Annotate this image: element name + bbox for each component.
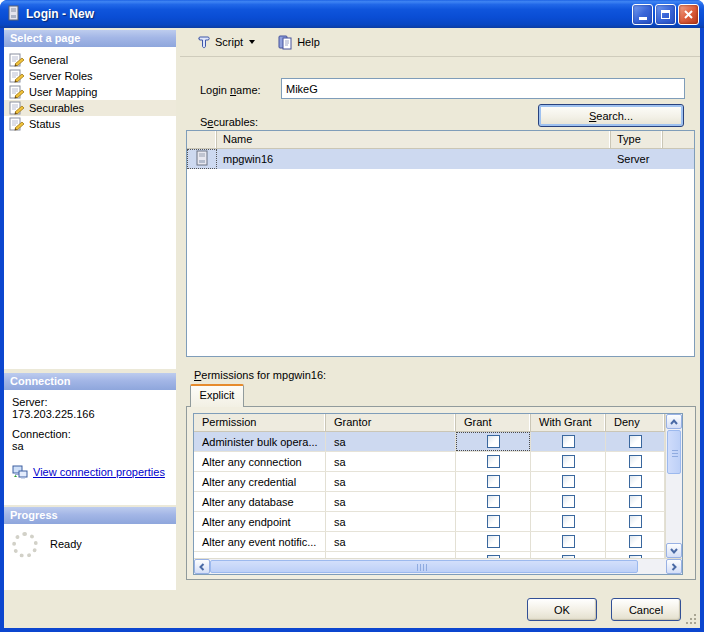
- deny-checkbox[interactable]: [629, 475, 642, 488]
- chevron-right-icon: [670, 562, 678, 572]
- page-item-label: Status: [29, 118, 60, 130]
- permission-row[interactable]: Administer bulk opera... sa: [194, 432, 665, 452]
- script-icon: [195, 34, 211, 50]
- securables-name-column-header: Name: [217, 131, 611, 148]
- with-grant-cell: [531, 492, 606, 511]
- deny-checkbox[interactable]: [629, 535, 642, 548]
- connection-value: sa: [12, 440, 172, 452]
- vertical-scrollbar[interactable]: [665, 414, 682, 558]
- with-grant-checkbox[interactable]: [562, 475, 575, 488]
- with-grant-checkbox[interactable]: [562, 515, 575, 528]
- permissions-grid-header: Permission Grantor Grant With Grant Deny: [194, 414, 665, 432]
- with-grant-checkbox[interactable]: [562, 535, 575, 548]
- script-button[interactable]: Script: [190, 31, 260, 53]
- sidebar-page-item[interactable]: General: [4, 52, 176, 68]
- progress-spinner-icon: [12, 532, 38, 558]
- grantor-cell: sa: [326, 532, 456, 551]
- server-label: Server:: [12, 396, 172, 408]
- scroll-up-button[interactable]: [666, 414, 682, 429]
- with-grant-cell: [531, 432, 606, 451]
- permissions-rows: Administer bulk opera... sa Alter any co…: [194, 432, 665, 558]
- grant-checkbox[interactable]: [487, 535, 500, 548]
- toolbar: Script Help: [180, 28, 700, 57]
- page-item-label: Securables: [29, 102, 84, 114]
- sidebar-page-item[interactable]: Securables: [4, 100, 176, 116]
- close-icon: [683, 9, 694, 20]
- maximize-icon: [661, 10, 670, 19]
- with-grant-checkbox[interactable]: [562, 435, 575, 448]
- vertical-scroll-thumb[interactable]: [667, 430, 681, 474]
- cancel-button[interactable]: Cancel: [611, 598, 681, 621]
- chevron-left-icon: [198, 562, 206, 572]
- chevron-up-icon: [669, 418, 679, 426]
- page-item-label: General: [29, 54, 68, 66]
- deny-cell: [606, 512, 665, 531]
- page-icon: [9, 84, 25, 100]
- login-name-input[interactable]: [281, 78, 685, 99]
- scroll-left-button[interactable]: [194, 559, 210, 574]
- window-title: Login - New: [26, 7, 630, 21]
- window-server-icon: [5, 5, 21, 23]
- script-label: Script: [215, 36, 243, 48]
- deny-cell: [606, 532, 665, 551]
- grant-cell: [456, 532, 531, 551]
- grant-checkbox[interactable]: [487, 435, 500, 448]
- permission-column-header: Permission: [194, 414, 326, 431]
- securables-type-column-header: Type: [611, 131, 663, 148]
- securables-icon-column-header: [187, 131, 217, 148]
- connection-header: Connection: [4, 373, 176, 390]
- deny-checkbox[interactable]: [629, 515, 642, 528]
- view-connection-properties-link[interactable]: View connection properties: [33, 466, 165, 478]
- deny-checkbox[interactable]: [629, 435, 642, 448]
- connection-properties-icon: [12, 464, 28, 480]
- permission-row[interactable]: Alter any event notific... sa: [194, 532, 665, 552]
- ok-button[interactable]: OK: [527, 598, 597, 621]
- deny-checkbox[interactable]: [629, 455, 642, 468]
- permissions-grid: Permission Grantor Grant With Grant Deny: [193, 413, 683, 575]
- sidebar-page-item[interactable]: Server Roles: [4, 68, 176, 84]
- search-button[interactable]: Search...: [538, 104, 684, 127]
- with-grant-column-header: With Grant: [531, 414, 606, 431]
- permission-row[interactable]: Alter any endpoint sa: [194, 512, 665, 532]
- sidebar: Select a page General Server: [4, 28, 176, 628]
- page-icon: [9, 116, 25, 132]
- permission-row[interactable]: Alter any connection sa: [194, 452, 665, 472]
- permissions-tab-panel: Permission Grantor Grant With Grant Deny: [186, 406, 696, 580]
- sidebar-page-item[interactable]: User Mapping: [4, 84, 176, 100]
- grant-checkbox[interactable]: [487, 475, 500, 488]
- server-icon: [196, 150, 208, 168]
- deny-checkbox[interactable]: [629, 495, 642, 508]
- help-icon: [277, 34, 293, 50]
- minimize-button[interactable]: [632, 4, 653, 25]
- grant-checkbox[interactable]: [487, 455, 500, 468]
- permission-name-cell: Alter any event notific...: [194, 532, 326, 551]
- permission-row[interactable]: Alter any database sa: [194, 492, 665, 512]
- permission-row[interactable]: Alter any credential sa: [194, 472, 665, 492]
- help-label: Help: [297, 36, 320, 48]
- scroll-down-button[interactable]: [666, 543, 682, 558]
- sidebar-page-item[interactable]: Status: [4, 116, 176, 132]
- with-grant-checkbox[interactable]: [562, 495, 575, 508]
- grantor-cell: sa: [326, 452, 456, 471]
- grant-cell: [456, 472, 531, 491]
- close-button[interactable]: [678, 4, 699, 25]
- grant-checkbox[interactable]: [487, 495, 500, 508]
- help-button[interactable]: Help: [272, 31, 325, 53]
- horizontal-scrollbar[interactable]: [194, 558, 682, 574]
- tab-explicit[interactable]: Explicit: [190, 384, 244, 407]
- chevron-down-icon: [669, 547, 679, 555]
- resize-grip[interactable]: [685, 613, 697, 625]
- maximize-button[interactable]: [655, 4, 676, 25]
- connection-panel: Server: 173.203.225.166 Connection: sa V…: [4, 390, 176, 505]
- scroll-right-button[interactable]: [666, 559, 682, 574]
- securables-row[interactable]: mpgwin16 Server: [187, 149, 694, 169]
- page-list: General Server Roles User Mappin: [4, 47, 176, 369]
- page-icon: [9, 52, 25, 68]
- horizontal-scroll-thumb[interactable]: [210, 560, 638, 573]
- grant-checkbox[interactable]: [487, 515, 500, 528]
- permission-name-cell: Alter any connection: [194, 452, 326, 471]
- minimize-icon: [639, 17, 647, 20]
- grantor-cell: sa: [326, 492, 456, 511]
- deny-cell: [606, 492, 665, 511]
- with-grant-checkbox[interactable]: [562, 455, 575, 468]
